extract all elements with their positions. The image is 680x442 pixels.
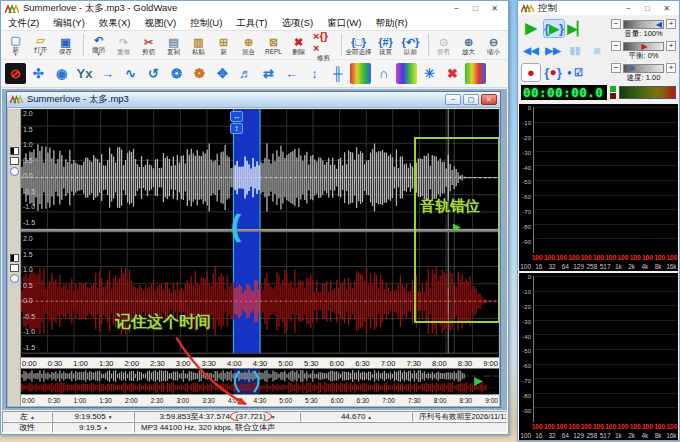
- balance-minus-button[interactable]: −: [611, 41, 621, 51]
- waveform-area[interactable]: 2.01.51.00.50.0-0.5-1.0-1.5 2.01.51.00.5…: [21, 109, 499, 406]
- speed-thumb[interactable]: ✕: [629, 65, 636, 73]
- menu-item-edit[interactable]: 编辑(Y): [46, 17, 92, 30]
- control-maximize-button[interactable]: □: [638, 2, 657, 15]
- toolbar-button-trim[interactable]: ×{}× 修剪: [311, 31, 336, 59]
- volume-thumb[interactable]: ◀: [656, 21, 662, 29]
- effect-button-noise-gate[interactable]: ∩: [373, 63, 394, 84]
- sound-minimize-button[interactable]: −: [445, 94, 461, 105]
- toolbar-button-open[interactable]: ▱ 打开 ▾: [28, 31, 53, 59]
- effect-button-expression[interactable]: Yx: [74, 63, 95, 84]
- effect-button-mechanize[interactable]: ❂: [166, 63, 187, 84]
- time-axis[interactable]: 0:000:301:001:302:002:303:003:304:004:30…: [21, 353, 499, 368]
- toolbar-button-zoom-out[interactable]: ⊖ 缩小: [481, 31, 506, 59]
- record-button[interactable]: ●: [521, 63, 541, 82]
- sound-titlebar[interactable]: Summerlove - 太多.mp3 − ▢ ✕: [7, 92, 500, 108]
- dropdown-icon[interactable]: ▾: [109, 414, 112, 420]
- toolbar-button-replace[interactable]: ⊠ REPL: [261, 31, 286, 59]
- play-button[interactable]: ▶: [521, 19, 541, 38]
- balance-slider[interactable]: ▶: [623, 42, 664, 51]
- toolbar-button-new[interactable]: ▢ 新 ▾: [3, 31, 28, 59]
- menu-item-view[interactable]: 视图(V): [137, 17, 183, 30]
- menu-item-tool[interactable]: 工具(T): [229, 17, 274, 30]
- close-button[interactable]: ✕: [485, 2, 504, 15]
- sound-restore-button[interactable]: ▢: [463, 94, 479, 105]
- toolbar-button[interactable]: [80, 34, 84, 56]
- right-channel-radio[interactable]: [10, 274, 19, 283]
- volume-slider[interactable]: ◀: [623, 20, 664, 29]
- toolbar-button-zoom-in[interactable]: ⊕ 放大: [456, 31, 481, 59]
- left-channel-box[interactable]: [10, 157, 19, 165]
- balance-plus-button[interactable]: +: [666, 41, 676, 51]
- toolbar-button-undo[interactable]: ↶ 撤消 ▾: [86, 31, 111, 59]
- menu-item-options[interactable]: 选项(S): [275, 17, 321, 30]
- effect-button-doppler[interactable]: ◉: [51, 63, 72, 84]
- toolbar-button-paste-new[interactable]: ⊞ 新: [211, 31, 236, 59]
- effect-button-pitch[interactable]: ✥: [212, 63, 233, 84]
- left-channel-swatch[interactable]: [10, 147, 19, 155]
- menu-item-effect[interactable]: 效果(X): [92, 17, 138, 30]
- right-channel-waveform[interactable]: [21, 232, 499, 353]
- maximize-button[interactable]: □: [466, 2, 485, 15]
- toolbar-button-save[interactable]: ▣ 保存: [53, 31, 78, 59]
- selection-marker-flag-2[interactable]: ↕: [230, 123, 243, 134]
- play-selection-button[interactable]: {▶}: [543, 19, 565, 38]
- toolbar-button-redo[interactable]: ↷ 重做: [111, 31, 136, 59]
- effect-button-invert[interactable]: ↺: [143, 63, 164, 84]
- effect-button-parametric-eq[interactable]: ♬: [235, 63, 256, 84]
- speed-slider[interactable]: ✕: [623, 64, 664, 73]
- effect-button-cart[interactable]: [465, 63, 486, 84]
- effect-button-spectrum-filter[interactable]: [350, 63, 371, 84]
- dropdown-icon[interactable]: ▾: [104, 425, 107, 431]
- stop-button[interactable]: ■: [587, 41, 607, 60]
- toolbar-button-mix[interactable]: ⊕ 混合: [236, 31, 261, 59]
- toolbar-button[interactable]: [425, 34, 429, 56]
- menu-item-window[interactable]: 窗口(W): [320, 17, 368, 30]
- right-channel-box[interactable]: [10, 264, 19, 272]
- spin-up-icon[interactable]: ▴: [368, 414, 371, 420]
- control-minimize-button[interactable]: −: [619, 2, 638, 15]
- main-titlebar[interactable]: Summerlove - 太多.mp3 - GoldWave − □ ✕: [1, 1, 508, 16]
- play-to-end-button[interactable]: ▶▏: [567, 19, 587, 38]
- rewind-button[interactable]: ◀◀: [521, 41, 541, 60]
- selection-marker-flag[interactable]: ↔: [230, 111, 243, 122]
- effect-button-shaper[interactable]: [396, 63, 417, 84]
- left-channel-radio[interactable]: [10, 167, 19, 176]
- sound-close-button[interactable]: ✕: [481, 94, 497, 105]
- right-channel-swatch[interactable]: [10, 254, 19, 262]
- toolbar-button-zoom-all[interactable]: ⊙ 所有: [431, 31, 456, 59]
- pause-button[interactable]: ▮▮: [565, 41, 585, 60]
- effect-button-reverse[interactable]: ←: [281, 63, 302, 84]
- effect-button-volume-shape[interactable]: ↕: [304, 63, 325, 84]
- effect-button-mute[interactable]: ⊘: [5, 63, 26, 84]
- speed-minus-button[interactable]: −: [611, 63, 621, 73]
- cue-monitor-button[interactable]: ●☑: [565, 63, 585, 82]
- effect-button-echo[interactable]: ⇄: [258, 63, 279, 84]
- minimize-button[interactable]: −: [447, 2, 466, 15]
- balance-thumb[interactable]: ▶: [642, 43, 648, 51]
- toolbar-button-paste[interactable]: ▥ 粘贴: [186, 31, 211, 59]
- waveform-plot[interactable]: 2.01.51.00.50.0-0.5-1.0-1.5 2.01.51.00.5…: [21, 109, 499, 353]
- left-channel-waveform[interactable]: [21, 109, 499, 229]
- fast-forward-button[interactable]: ▶▶: [543, 41, 563, 60]
- status-selection[interactable]: 3:59.853至4:37.574 (37.721) ▾: [134, 411, 300, 422]
- overview-waveform[interactable]: [21, 369, 499, 394]
- menu-item-file[interactable]: 文件(Z): [1, 17, 46, 30]
- effect-button-crossfade[interactable]: ✖: [442, 63, 463, 84]
- overview-strip[interactable]: [21, 368, 499, 394]
- effect-button-equalizer[interactable]: ╫: [327, 63, 348, 84]
- control-titlebar[interactable]: 控制 − □ ✕: [518, 1, 679, 15]
- status-channel[interactable]: 左▴: [2, 411, 52, 422]
- effect-button-adjust[interactable]: ✣: [28, 63, 49, 84]
- status-value[interactable]: 44.670▴: [300, 411, 412, 422]
- toolbar-button-previous[interactable]: {↶} 以前: [398, 31, 423, 59]
- effect-button-offset[interactable]: →: [97, 63, 118, 84]
- speed-plus-button[interactable]: +: [666, 63, 676, 73]
- record-selection-button[interactable]: {●}: [543, 63, 563, 82]
- effect-button-noise-reduction[interactable]: ❁: [189, 63, 210, 84]
- dropdown-icon[interactable]: ▾: [272, 414, 275, 420]
- effect-button-flanger[interactable]: ∿: [120, 63, 141, 84]
- toolbar-button[interactable]: [338, 34, 342, 56]
- menu-item-help[interactable]: 帮助(R): [368, 17, 414, 30]
- effect-button-interpolate[interactable]: ✳: [419, 63, 440, 84]
- status-total-time[interactable]: 9:19.505▾: [52, 411, 134, 422]
